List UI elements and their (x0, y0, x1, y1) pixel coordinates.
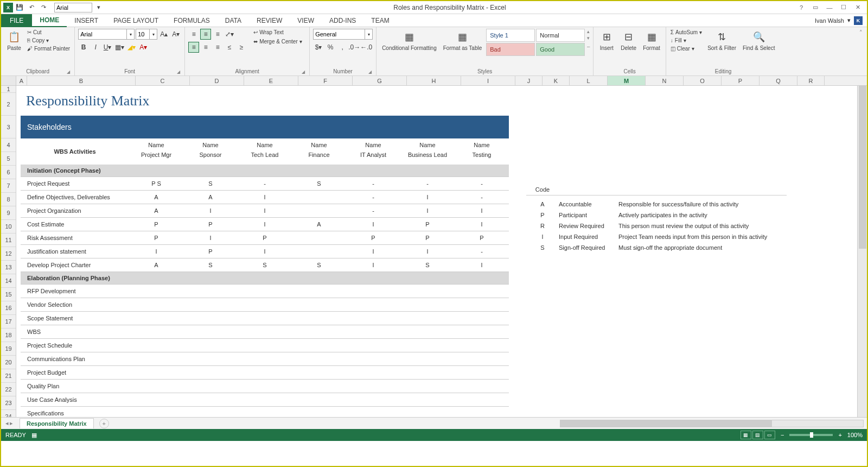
col-header-G[interactable]: G (353, 76, 407, 85)
paste-button[interactable]: 📋 Paste (4, 29, 24, 52)
data-cell[interactable]: I (455, 207, 509, 214)
autosum-button[interactable]: ΣAutoSum▾ (669, 29, 703, 36)
col-header-N[interactable]: N (646, 76, 684, 85)
data-cell[interactable]: - (400, 180, 455, 187)
data-cell[interactable]: - (455, 194, 509, 200)
bold-button[interactable]: B (78, 42, 89, 53)
save-icon[interactable]: 💾 (14, 3, 25, 12)
data-cell[interactable]: S (238, 262, 292, 268)
col-header-P[interactable]: P (722, 76, 760, 85)
find-select-button[interactable]: 🔍Find & Select (741, 29, 777, 52)
data-cell[interactable]: I (346, 262, 400, 268)
minimize-icon[interactable]: — (824, 3, 835, 12)
increase-decimal-icon[interactable]: .0→ (349, 42, 360, 53)
data-cell[interactable]: P (129, 235, 183, 241)
data-cell[interactable]: P (183, 221, 238, 228)
close-icon[interactable]: ✕ (852, 3, 864, 12)
data-cell[interactable]: P S (129, 180, 183, 187)
format-button[interactable]: ▦Format (641, 29, 662, 52)
data-cell[interactable]: I (129, 248, 183, 255)
row-header-4[interactable]: 4 (1, 138, 16, 152)
data-cell[interactable]: I (238, 207, 292, 214)
row-header-13[interactable]: 13 (1, 261, 16, 274)
data-cell[interactable]: I (238, 248, 292, 255)
styles-scroll-up-icon[interactable]: ▴ (587, 29, 590, 34)
col-header-E[interactable]: E (244, 76, 298, 85)
tab-addins[interactable]: ADD-INS (322, 14, 363, 27)
activity-cell[interactable]: Vendor Selection (21, 301, 129, 308)
col-header-L[interactable]: L (570, 76, 608, 85)
tab-insert[interactable]: INSERT (67, 14, 106, 27)
zoom-out-icon[interactable]: − (781, 432, 784, 438)
merge-center-button[interactable]: ⬌Merge & Center▾ (252, 38, 303, 45)
col-header-I[interactable]: I (461, 76, 515, 85)
qat-dropdown-icon[interactable]: ▾ (93, 3, 104, 12)
data-cell[interactable]: A (129, 207, 183, 214)
col-header-M[interactable]: M (608, 76, 646, 85)
horizontal-scrollbar[interactable] (560, 420, 864, 427)
data-cell[interactable]: I (400, 248, 455, 255)
sort-filter-button[interactable]: ⇅Sort & Filter (705, 29, 738, 52)
activity-cell[interactable]: Project Schedule (21, 342, 129, 349)
cut-button[interactable]: ✂Cut (26, 29, 71, 36)
zoom-in-icon[interactable]: + (838, 432, 841, 438)
row-header-9[interactable]: 9 (1, 206, 16, 220)
format-as-table-button[interactable]: ▦Format as Table (441, 29, 484, 52)
increase-indent-icon[interactable]: ≥ (236, 42, 247, 53)
clear-button[interactable]: ◫Clear▾ (669, 45, 703, 52)
data-cell[interactable]: I (455, 262, 509, 268)
data-cell[interactable]: I (455, 221, 509, 228)
clipboard-launcher-icon[interactable]: ◢ (67, 70, 70, 74)
row-header-11[interactable]: 11 (1, 234, 16, 247)
col-header-K[interactable]: K (542, 76, 570, 85)
align-middle-icon[interactable]: ≡ (200, 29, 211, 40)
data-cell[interactable]: P (346, 235, 400, 241)
data-cell[interactable]: P (400, 235, 455, 241)
activity-cell[interactable]: Quality Plan (21, 383, 129, 389)
tab-review[interactable]: REVIEW (249, 14, 290, 27)
styles-scroll-down-icon[interactable]: ▾ (587, 35, 590, 41)
row-header-2[interactable]: 2 (1, 93, 16, 116)
col-header-O[interactable]: O (684, 76, 722, 85)
select-all-corner[interactable] (1, 76, 16, 85)
styles-more-icon[interactable]: ⎯ (587, 42, 590, 47)
col-header-C[interactable]: C (136, 76, 190, 85)
tab-data[interactable]: DATA (218, 14, 249, 27)
style-bad[interactable]: Bad (486, 43, 535, 56)
align-top-icon[interactable]: ≡ (188, 29, 199, 40)
align-right-icon[interactable]: ≡ (212, 42, 223, 53)
align-center-icon[interactable]: ≡ (200, 42, 211, 53)
row-header-24[interactable]: 24 (1, 410, 16, 417)
data-cell[interactable]: A (292, 221, 346, 228)
decrease-decimal-icon[interactable]: ←.0 (361, 42, 372, 53)
undo-icon[interactable]: ↶ (26, 3, 37, 12)
row-header-10[interactable]: 10 (1, 220, 16, 234)
row-header-3[interactable]: 3 (1, 116, 16, 138)
activity-cell[interactable]: Scope Statement (21, 315, 129, 321)
activity-cell[interactable]: Project Organization (21, 207, 129, 214)
activity-cell[interactable]: Specifications (21, 410, 129, 416)
data-cell[interactable]: I (400, 207, 455, 214)
number-launcher-icon[interactable]: ◢ (368, 70, 372, 74)
data-cell[interactable]: - (346, 207, 400, 214)
data-cell[interactable]: P (238, 235, 292, 241)
row-header-18[interactable]: 18 (1, 329, 16, 342)
row-header-15[interactable]: 15 (1, 288, 16, 301)
shrink-font-icon[interactable]: A▾ (170, 29, 181, 40)
zoom-slider[interactable] (789, 434, 833, 436)
ribbon-display-icon[interactable]: ▭ (809, 3, 821, 12)
number-format-combo[interactable]: ▾ (313, 29, 373, 40)
data-cell[interactable]: - (238, 180, 292, 187)
view-normal-icon[interactable]: ▦ (741, 431, 751, 439)
data-cell[interactable]: P (455, 235, 509, 241)
tab-team[interactable]: TEAM (363, 14, 397, 27)
col-header-H[interactable]: H (407, 76, 461, 85)
font-size-combo[interactable]: ▾ (136, 29, 157, 40)
zoom-level[interactable]: 100% (847, 432, 863, 438)
data-cell[interactable]: A (183, 194, 238, 200)
activity-cell[interactable]: Use Case Analysis (21, 396, 129, 403)
col-header-A[interactable]: A (16, 76, 27, 85)
font-launcher-icon[interactable]: ◢ (177, 70, 180, 74)
data-cell[interactable]: - (455, 248, 509, 255)
row-header-23[interactable]: 23 (1, 396, 16, 410)
